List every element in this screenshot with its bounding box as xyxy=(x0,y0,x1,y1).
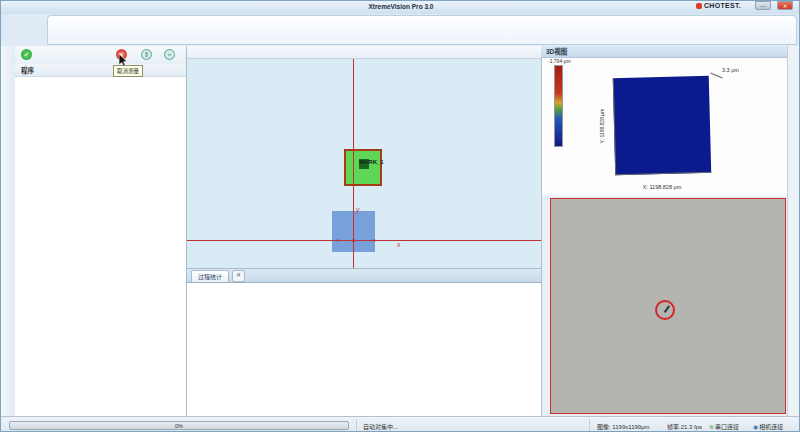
axis-arrow-right: ◄ xyxy=(371,238,376,243)
status-fps: 帧率:21.3 fps xyxy=(667,422,702,431)
view3d-plot[interactable]: -1.794 μm X: 1198.828 μm Y: 1198.828 μm … xyxy=(541,58,788,196)
status-camera: ◉相机连接 xyxy=(753,422,783,431)
zscale-top-label: -1.794 μm xyxy=(548,58,571,64)
application-window: XtremeVision Pro 3.0 CHOTEST. — ✕ ✓ ✕ ‖ … xyxy=(0,0,800,432)
mark-region[interactable] xyxy=(344,149,382,186)
window-title: XtremeVision Pro 3.0 xyxy=(1,3,800,10)
brand-text: CHOTEST. xyxy=(704,2,741,9)
run-button[interactable]: ✓ xyxy=(21,49,32,60)
status-bar: 0% 自动对焦中... 图像: 1199x1199μm 帧率:21.3 fps … xyxy=(1,416,800,432)
progress-bar: 0% xyxy=(9,421,349,430)
crosshair-center xyxy=(352,239,355,242)
close-button[interactable]: ✕ xyxy=(777,1,793,10)
camera-status-icon: ◉ xyxy=(753,424,758,430)
ribbon-toolbar xyxy=(47,15,797,45)
right-tool-strip xyxy=(787,46,800,416)
axis-y-label: y xyxy=(356,206,359,213)
mouse-cursor xyxy=(119,54,128,67)
status-image-size: 图像: 1199x1199μm xyxy=(597,422,650,431)
side-tab-strip xyxy=(1,46,16,432)
minimize-button[interactable]: — xyxy=(755,1,771,10)
tab-process-statistics[interactable]: 过程统计 xyxy=(191,270,229,282)
axis-arrow-left: ► xyxy=(336,238,341,243)
navigation-canvas[interactable]: MARK_1 y x ► ◄ xyxy=(187,59,541,269)
y-axis-title: Y: 1198.828 μm xyxy=(599,77,605,175)
chotest-logo-icon xyxy=(696,3,702,9)
focus-circle-annotation xyxy=(655,300,675,320)
camera-view[interactable] xyxy=(550,198,786,414)
x-axis-title: X: 1198.828 μm xyxy=(612,184,712,190)
axis-x-label: x xyxy=(397,241,400,248)
crosshair-vertical xyxy=(353,59,354,268)
crosshair-horizontal xyxy=(187,240,541,241)
tooltip: 取消测量 xyxy=(113,65,143,77)
program-tree xyxy=(15,78,186,416)
canvas-toolbar xyxy=(187,46,541,59)
color-scale-bar xyxy=(554,65,563,147)
process-tab-bar: 过程统计 ✕ xyxy=(187,268,541,282)
close-tab-icon[interactable]: ✕ xyxy=(232,270,245,282)
height-map xyxy=(613,76,712,175)
program-panel: ✓ ✕ ‖ » 取消测量 程序 xyxy=(15,46,187,416)
status-serial: ≋串口连接 xyxy=(709,422,739,431)
peak-annotation-line xyxy=(710,73,722,79)
skip-button[interactable]: » xyxy=(164,49,175,60)
title-bar: XtremeVision Pro 3.0 CHOTEST. — ✕ xyxy=(1,1,800,15)
brand-logo: CHOTEST. xyxy=(696,2,741,9)
ribbon-area xyxy=(1,14,800,46)
process-statistics-table xyxy=(187,282,541,417)
serial-status-icon: ≋ xyxy=(709,424,714,430)
pause-button[interactable]: ‖ xyxy=(141,49,152,60)
program-toolbar: ✓ ✕ ‖ » xyxy=(15,46,186,65)
peak-annotation: 3.3 μm xyxy=(722,67,739,73)
program-panel-title: 程序 xyxy=(15,64,186,77)
status-focus-text: 自动对焦中... xyxy=(363,422,398,431)
focus-marker xyxy=(664,305,670,312)
view3d-header: 3D视图 xyxy=(541,46,787,58)
mark-label: MARK_1 xyxy=(359,159,384,165)
